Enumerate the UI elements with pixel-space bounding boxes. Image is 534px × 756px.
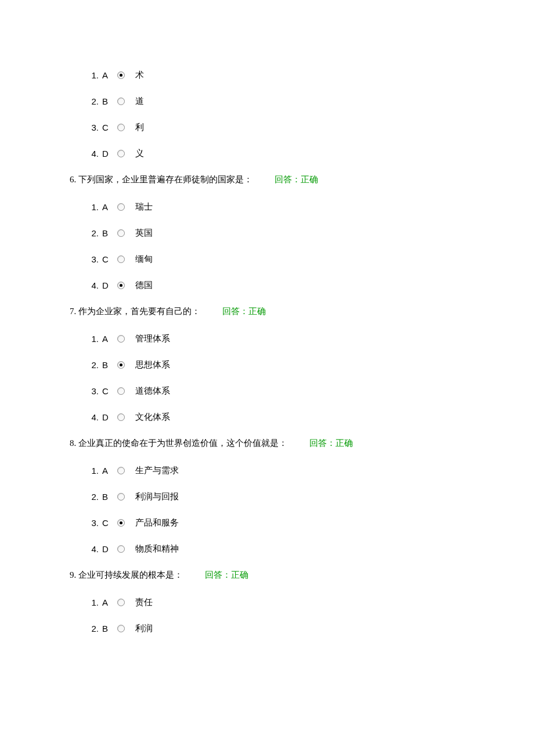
option-number: 2. — [70, 492, 99, 502]
answer-feedback: 回答：正确 — [222, 307, 266, 316]
option-row: 1. A 术 — [70, 70, 464, 81]
radio-icon[interactable] — [117, 255, 125, 263]
option-row: 2. B 利润 — [70, 623, 464, 634]
option-block: 1. A 管理体系 2. B 思想体系 3. C 道德体系 4. D 文化体系 — [70, 333, 464, 423]
radio-icon[interactable] — [117, 150, 125, 157]
question-line: 7. 作为企业家，首先要有自己的： 回答：正确 — [70, 306, 464, 317]
option-text: 利润 — [135, 623, 153, 634]
option-block: 1. A 瑞士 2. B 英国 3. C 缅甸 4. D 德国 — [70, 201, 464, 291]
radio-icon[interactable] — [117, 387, 125, 395]
option-number: 3. — [70, 123, 99, 132]
option-row: 4. D 义 — [70, 148, 464, 159]
radio-icon[interactable] — [117, 519, 125, 527]
option-letter: A — [102, 202, 114, 212]
option-text: 思想体系 — [135, 359, 170, 370]
option-row: 1. A 生产与需求 — [70, 465, 464, 476]
option-row: 1. A 瑞士 — [70, 201, 464, 213]
option-row: 3. C 缅甸 — [70, 254, 464, 265]
option-row: 2. B 思想体系 — [70, 359, 464, 370]
quiz-page: 1. A 术 2. B 道 3. C 利 4. D 义 6. 下列国家，企业里普… — [0, 0, 534, 696]
option-row: 1. A 管理体系 — [70, 333, 464, 344]
option-row: 3. C 利 — [70, 122, 464, 133]
option-letter: A — [102, 334, 114, 344]
question-number: 7. — [70, 307, 76, 316]
option-letter: C — [102, 386, 114, 396]
option-number: 3. — [70, 518, 99, 528]
option-text: 管理体系 — [135, 333, 170, 344]
option-letter: B — [102, 228, 114, 238]
option-number: 3. — [70, 254, 99, 264]
option-letter: C — [102, 518, 114, 528]
option-row: 4. D 文化体系 — [70, 412, 464, 423]
answer-feedback: 回答：正确 — [205, 570, 248, 579]
option-letter: B — [102, 624, 114, 633]
option-number: 4. — [70, 412, 99, 422]
question-text: 下列国家，企业里普遍存在师徒制的国家是： — [78, 175, 252, 184]
option-letter: D — [102, 280, 114, 290]
question-text: 企业真正的使命在于为世界创造价值，这个价值就是： — [78, 438, 287, 448]
option-number: 3. — [70, 386, 99, 396]
option-text: 物质和精神 — [135, 543, 179, 555]
radio-icon[interactable] — [117, 493, 125, 501]
radio-icon[interactable] — [117, 361, 125, 369]
question-number: 6. — [70, 175, 76, 184]
option-number: 4. — [70, 149, 99, 159]
radio-icon[interactable] — [117, 625, 125, 632]
option-text: 德国 — [135, 280, 153, 291]
option-letter: D — [102, 149, 114, 159]
radio-icon[interactable] — [117, 203, 125, 211]
option-text: 道 — [135, 96, 144, 107]
option-text: 责任 — [135, 597, 153, 608]
option-row: 4. D 德国 — [70, 280, 464, 291]
question-text: 企业可持续发展的根本是： — [78, 570, 183, 579]
answer-feedback: 回答：正确 — [309, 438, 353, 448]
question-line: 6. 下列国家，企业里普遍存在师徒制的国家是： 回答：正确 — [70, 174, 464, 185]
option-row: 3. C 产品和服务 — [70, 517, 464, 528]
option-block: 1. A 生产与需求 2. B 利润与回报 3. C 产品和服务 4. D 物质… — [70, 465, 464, 555]
radio-icon[interactable] — [117, 413, 125, 421]
option-number: 2. — [70, 96, 99, 106]
option-text: 利 — [135, 122, 144, 133]
option-letter: B — [102, 360, 114, 370]
option-number: 4. — [70, 280, 99, 290]
option-row: 4. D 物质和精神 — [70, 543, 464, 555]
radio-icon[interactable] — [117, 599, 125, 606]
radio-icon[interactable] — [117, 467, 125, 474]
radio-icon[interactable] — [117, 335, 125, 343]
radio-icon[interactable] — [117, 545, 125, 553]
option-row: 2. B 英国 — [70, 228, 464, 239]
option-row: 2. B 利润与回报 — [70, 491, 464, 502]
question-number: 9. — [70, 570, 76, 579]
question-text: 作为企业家，首先要有自己的： — [78, 307, 200, 316]
option-text: 义 — [135, 148, 144, 159]
radio-icon[interactable] — [117, 98, 125, 105]
option-letter: D — [102, 412, 114, 422]
option-letter: A — [102, 70, 114, 80]
option-letter: A — [102, 466, 114, 476]
question-number: 8. — [70, 438, 76, 448]
answer-feedback: 回答：正确 — [275, 175, 318, 184]
radio-icon[interactable] — [117, 124, 125, 131]
option-row: 1. A 责任 — [70, 597, 464, 608]
option-number: 1. — [70, 597, 99, 607]
option-letter: C — [102, 123, 114, 132]
option-text: 术 — [135, 70, 144, 81]
option-row: 3. C 道德体系 — [70, 386, 464, 397]
radio-icon[interactable] — [117, 229, 125, 237]
radio-icon[interactable] — [117, 282, 125, 289]
option-text: 产品和服务 — [135, 517, 179, 528]
option-number: 4. — [70, 544, 99, 554]
option-text: 道德体系 — [135, 386, 170, 397]
question-line: 8. 企业真正的使命在于为世界创造价值，这个价值就是： 回答：正确 — [70, 438, 464, 449]
option-text: 英国 — [135, 228, 153, 239]
option-number: 2. — [70, 360, 99, 370]
option-text: 利润与回报 — [135, 491, 179, 502]
radio-icon[interactable] — [117, 71, 125, 79]
option-number: 2. — [70, 228, 99, 238]
question-line: 9. 企业可持续发展的根本是： 回答：正确 — [70, 570, 464, 581]
option-number: 1. — [70, 70, 99, 80]
option-letter: C — [102, 254, 114, 264]
option-number: 1. — [70, 466, 99, 476]
option-letter: D — [102, 544, 114, 554]
option-number: 2. — [70, 624, 99, 633]
